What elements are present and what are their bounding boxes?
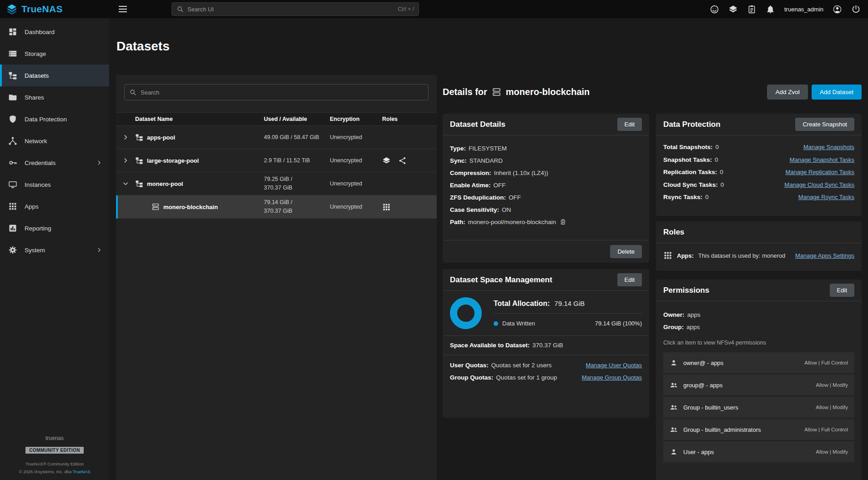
add-dataset-button[interactable]: Add Dataset: [812, 85, 862, 100]
table-row-monero-blockchain[interactable]: monero-blockchain 79.14 GiB / 370.37 GiB…: [116, 195, 437, 219]
add-zvol-button[interactable]: Add Zvol: [767, 85, 807, 100]
field-value: Inherit (1.10x (LZ4)): [494, 167, 548, 179]
jobs-icon[interactable]: [747, 5, 757, 14]
sidebar-item-shares[interactable]: Shares: [0, 86, 109, 108]
permission-entry-builtin-users[interactable]: Group - builtin_users Allow | Modify: [663, 397, 854, 418]
manage-group-quotas-link[interactable]: Manage Group Quotas: [582, 371, 642, 384]
field-value: OFF: [494, 179, 506, 191]
delete-dataset-button[interactable]: Delete: [610, 245, 642, 258]
permissions-hint: Click an item to view NFSv4 permissions: [663, 340, 854, 346]
footer-brand-link[interactable]: TrueNAS: [73, 469, 91, 474]
storage-icon: [8, 49, 17, 58]
total-allocation-value: 79.14 GiB: [555, 300, 585, 307]
pool-icon: [135, 133, 143, 141]
manage-user-quotas-link[interactable]: Manage User Quotas: [585, 359, 642, 371]
feedback-icon[interactable]: [710, 5, 719, 14]
column-dataset-name: Dataset Name: [135, 116, 264, 122]
truenas-app: TrueNAS Ctrl + / truenas_admin: [0, 0, 868, 480]
menu-icon[interactable]: [117, 4, 128, 15]
key-icon: [8, 158, 17, 167]
space-allocation: Total Allocation: 79.14 GiB Data Written…: [494, 300, 642, 327]
sidebar-item-datasets[interactable]: Datasets: [0, 65, 109, 86]
field-value: monero-pool/monero-blockchain: [468, 216, 567, 228]
permission-entry-builtin-administrators[interactable]: Group - builtin_administrators Allow | F…: [663, 419, 854, 440]
sidebar-item-label: Data Protection: [25, 116, 67, 123]
field-label: ZFS Deduplication:: [450, 191, 506, 204]
brand[interactable]: TrueNAS: [0, 4, 109, 15]
dataset-name-cell: apps-pool: [135, 133, 264, 141]
layers-icon[interactable]: [728, 5, 738, 14]
share-icon[interactable]: [398, 156, 407, 165]
people-icon: [670, 425, 678, 434]
permission-entry-group-at[interactable]: group@ - apps Allow | Modify: [663, 375, 854, 395]
sidebar-item-dashboard[interactable]: Dashboard: [0, 21, 109, 43]
footer-copyright: © 2025 iXsystems, Inc. dba TrueNAS: [0, 468, 109, 475]
sidebar-item-network[interactable]: Network: [0, 130, 109, 152]
card-title: Dataset Details: [450, 120, 505, 129]
chevron-down-icon[interactable]: [121, 180, 130, 188]
user-icon[interactable]: [833, 5, 842, 14]
power-icon[interactable]: [851, 5, 861, 14]
edit-space-button[interactable]: Edit: [617, 273, 642, 286]
column-roles: Roles: [382, 116, 431, 122]
space-available-label: Space Available to Dataset:: [450, 342, 530, 349]
manage-snapshots-link[interactable]: Manage Snapshots: [803, 141, 854, 154]
manage-replication-tasks-link[interactable]: Manage Replication Tasks: [785, 166, 854, 179]
sidebar-item-label: Dashboard: [25, 29, 55, 35]
sidebar-item-instances[interactable]: Instances: [0, 174, 109, 195]
tree-search[interactable]: [124, 84, 429, 100]
user-quotas-value: Quotas set for 2 users: [491, 359, 552, 371]
sidebar-item-label: Storage: [25, 50, 46, 57]
owner-row: Owner: apps: [663, 309, 854, 321]
sidebar-item-apps[interactable]: Apps: [0, 195, 109, 217]
sidebar-item-label: Apps: [25, 203, 39, 210]
pool-icon: [135, 156, 143, 165]
permissions-card: Permissions Edit Owner: apps Group: apps…: [656, 280, 862, 480]
layers-icon[interactable]: [382, 156, 391, 165]
manage-snapshot-tasks-link[interactable]: Manage Snapshot Tasks: [790, 154, 854, 166]
apps-icon: [8, 202, 17, 211]
sidebar-item-label: Reporting: [25, 225, 51, 232]
permission-entry-user-apps[interactable]: User - apps Allow | Modify: [663, 441, 854, 462]
used-available-cell: 79.25 GiB / 370.37 GiB: [264, 175, 330, 192]
sidebar-item-storage[interactable]: Storage: [0, 43, 109, 65]
table-row-apps-pool[interactable]: apps-pool 49.09 GiB / 58.47 GiB Unencryp…: [116, 126, 437, 149]
chevron-right-icon[interactable]: [121, 156, 130, 165]
chevron-right-icon[interactable]: [121, 133, 130, 141]
card-header: Roles: [656, 221, 862, 243]
sidebar-item-credentials[interactable]: Credentials: [0, 152, 109, 174]
manage-apps-settings-link[interactable]: Manage Apps Settings: [795, 252, 854, 259]
sidebar-item-reporting[interactable]: Reporting: [0, 217, 109, 239]
computer-icon: [8, 180, 17, 189]
field-value: ON: [502, 204, 511, 216]
sidebar-item-label: Credentials: [25, 160, 56, 166]
detail-row-sync: Sync:STANDARD: [450, 155, 642, 167]
sidebar-item-system[interactable]: System: [0, 239, 109, 261]
manage-rsync-tasks-link[interactable]: Manage Rsync Tasks: [798, 191, 854, 204]
detail-row-compression: Compression:Inherit (1.10x (LZ4)): [450, 167, 642, 179]
used-available-cell: 79.14 GiB / 370.37 GiB: [264, 198, 330, 215]
brand-name: TrueNAS: [21, 4, 63, 15]
edit-dataset-details-button[interactable]: Edit: [617, 118, 642, 131]
apps-icon[interactable]: [382, 203, 391, 211]
search-input[interactable]: [187, 6, 394, 13]
people-icon: [670, 403, 678, 411]
alerts-icon[interactable]: [766, 5, 775, 14]
copy-icon[interactable]: [560, 219, 566, 225]
detail-row-path: Path: monero-pool/monero-blockchain: [450, 216, 642, 228]
permission-entry-owner[interactable]: owner@ - apps Allow | Full Control: [663, 352, 854, 373]
create-snapshot-button[interactable]: Create Snapshot: [795, 118, 854, 131]
global-search[interactable]: Ctrl + /: [172, 2, 419, 16]
table-row-large-storage-pool[interactable]: large-storage-pool 2.9 TiB / 11.52 TiB U…: [116, 149, 437, 172]
dataset-icon: [151, 203, 160, 211]
edition-badge[interactable]: COMMUNITY EDITION: [25, 447, 84, 454]
permission-value: Allow | Modify: [816, 382, 848, 388]
sidebar-item-data-protection[interactable]: Data Protection: [0, 108, 109, 130]
tree-search-input[interactable]: [141, 89, 424, 96]
edit-permissions-button[interactable]: Edit: [830, 284, 854, 297]
chart-icon: [8, 224, 17, 233]
manage-cloud-sync-tasks-link[interactable]: Manage Cloud Sync Tasks: [784, 179, 854, 191]
table-row-monero-pool[interactable]: monero-pool 79.25 GiB / 370.37 GiB Unenc…: [116, 172, 437, 195]
details-dataset-name: monero-blockchain: [506, 87, 590, 97]
group-quotas-label: Group Quotas:: [450, 371, 493, 384]
